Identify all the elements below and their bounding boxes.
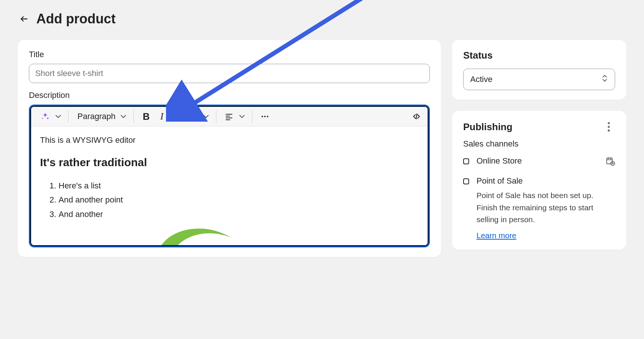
dots-vertical-icon (602, 121, 615, 133)
toolbar-separator (68, 110, 69, 123)
channel-row-pos: Point of Sale Point of Sale has not been… (463, 176, 615, 240)
toolbar-separator (216, 110, 216, 123)
select-caret-icon (601, 74, 608, 85)
editor-toolbar: Paragraph B I U (31, 107, 428, 126)
status-select[interactable]: Active (463, 69, 615, 90)
status-label: Status (463, 50, 615, 61)
text-color-icon (189, 112, 197, 121)
chevron-down-icon (238, 112, 246, 121)
editor-paragraph: This is a WYSIWYG editor (40, 134, 419, 147)
svg-point-14 (608, 129, 610, 132)
toolbar-separator (133, 110, 134, 123)
back-button[interactable] (18, 13, 30, 25)
channel-bullet-icon (463, 178, 469, 184)
description-field: Description (29, 90, 430, 247)
svg-rect-15 (607, 158, 612, 164)
title-field: Title (29, 50, 430, 83)
learn-more-link[interactable]: Learn more (477, 231, 516, 240)
svg-point-9 (264, 116, 266, 117)
list-item: And another point (59, 193, 419, 207)
calendar-clock-icon (605, 156, 615, 167)
align-button[interactable] (222, 109, 236, 124)
underline-button[interactable]: U (170, 109, 185, 124)
status-select-value: Active (470, 75, 492, 84)
channel-row-online-store: Online Store (463, 156, 615, 167)
description-label: Description (29, 90, 430, 100)
channel-schedule-button[interactable] (605, 156, 615, 167)
side-column: Status Active Publishing Sales channels (452, 40, 626, 250)
product-card: Title Description (18, 40, 441, 257)
publishing-header: Publishing (463, 121, 615, 133)
publishing-title: Publishing (463, 121, 512, 133)
editor-textarea[interactable]: This is a WYSIWYG editor It's rather tra… (31, 126, 428, 245)
page-header: Add product (18, 11, 626, 27)
svg-rect-3 (190, 119, 196, 121)
sparkle-icon (41, 112, 50, 121)
svg-line-11 (416, 114, 417, 119)
list-item: Here's a list (59, 179, 419, 193)
chevron-down-icon (202, 112, 210, 121)
status-select-wrap: Active (463, 69, 615, 90)
format-select[interactable] (119, 109, 128, 124)
code-icon (412, 112, 421, 121)
text-color-dropdown[interactable] (201, 109, 211, 124)
svg-point-12 (608, 122, 610, 124)
text-color-button[interactable] (186, 109, 200, 124)
editor-heading: It's rather traditional (40, 154, 419, 171)
channel-bullet-icon (463, 158, 469, 164)
sales-channels-label: Sales channels (463, 139, 615, 149)
editor-inner: Paragraph B I U (30, 106, 429, 246)
ai-magic-button[interactable] (38, 109, 53, 124)
chevron-down-icon (54, 112, 63, 121)
svg-point-10 (267, 116, 268, 117)
svg-point-13 (608, 126, 610, 128)
channel-name: Point of Sale (477, 176, 615, 186)
arrow-left-icon (20, 14, 29, 23)
channel-description: Point of Sale has not been set up. Finis… (477, 190, 615, 226)
align-left-icon (225, 112, 233, 121)
svg-point-8 (262, 116, 263, 117)
italic-button[interactable]: I (155, 109, 169, 124)
title-label: Title (29, 50, 430, 59)
align-dropdown[interactable] (237, 109, 247, 124)
html-view-button[interactable] (409, 109, 424, 124)
bold-button[interactable]: B (139, 109, 154, 124)
channel-name: Online Store (477, 156, 598, 166)
editor-ordered-list: Here's a list And another point And anot… (59, 179, 419, 222)
page-title: Add product (36, 11, 116, 27)
editor-container: Paragraph B I U (29, 105, 430, 247)
chevron-down-icon (119, 112, 128, 121)
status-card: Status Active (452, 40, 626, 100)
layout: Title Description (18, 40, 626, 257)
title-input[interactable] (29, 64, 430, 83)
publishing-card: Publishing Sales channels Online Store (452, 111, 626, 250)
list-item: And another (59, 207, 419, 222)
toolbar-separator (252, 110, 252, 123)
more-button[interactable] (258, 109, 272, 124)
ai-magic-dropdown[interactable] (53, 109, 63, 124)
format-select-label: Paragraph (74, 112, 118, 121)
main-column: Title Description (18, 40, 441, 257)
publishing-more-button[interactable] (602, 121, 615, 133)
dots-horizontal-icon (260, 112, 269, 121)
